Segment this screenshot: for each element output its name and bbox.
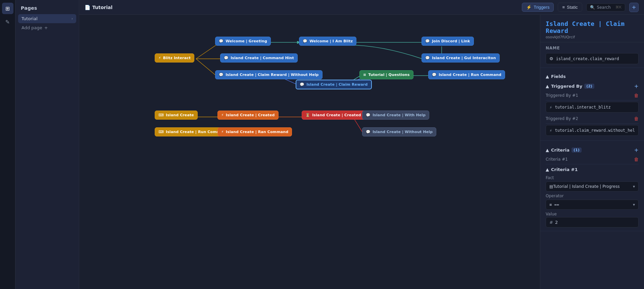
plus-icon: + <box>44 25 48 30</box>
canvas-panel: 💬 Welcome | Greeting 💬 Welcome | I Am Bl… <box>79 15 644 289</box>
sidebar-item-tutorial[interactable]: Tutorial › <box>18 14 76 23</box>
sidebar-title: Pages <box>18 4 76 14</box>
chat-icon: 💬 <box>219 39 224 43</box>
fact-value-field[interactable]: ▤ Tutorial | Island Create | Progress ▾ <box>546 181 639 192</box>
add-page-button[interactable]: Add page + <box>18 23 76 32</box>
criteria-1-name: Criteria #1 <box>546 157 568 162</box>
node-island-create-claim-without-help[interactable]: 💬 Island Create | Claim Reward | Without… <box>215 70 323 79</box>
chevron-down-icon-2: ▾ <box>633 202 635 207</box>
operator-icon: ≡ == <box>549 202 633 207</box>
node-label: Island Create | Created <box>226 113 275 117</box>
rp-triggered-expand[interactable]: ▲ Triggered By (2) + <box>546 80 639 91</box>
node-island-create[interactable]: ⌨ Island Create <box>155 111 198 120</box>
triggers-label: Triggers <box>534 5 549 10</box>
triggered-by-2-value: tutorial.claim_reward.without_hel <box>555 128 635 133</box>
file-icon: 📄 <box>85 5 90 10</box>
node-label: Island Create | Claim Reward <box>306 82 367 87</box>
list-icon: ≡ <box>363 73 366 77</box>
chat-icon: 💬 <box>219 73 224 77</box>
edit-icon-btn[interactable]: ✎ <box>2 16 13 28</box>
node-island-create-ran-command[interactable]: ⚡ Island Create | Ran Command <box>217 127 292 136</box>
node-label: Join Discord | Link <box>432 39 470 43</box>
search-icon: 🔍 <box>590 5 595 10</box>
right-panel-header: Island Create | Claim Reward osovkJd7fUQ… <box>540 15 644 42</box>
node-label: Island Create | Ran Command <box>226 130 288 134</box>
add-criteria-button[interactable]: + <box>634 147 639 153</box>
list-icon: ≡ <box>562 5 565 10</box>
value-field[interactable]: # 2 <box>546 217 639 228</box>
sidebar: Pages Tutorial › Add page + <box>15 0 79 289</box>
node-label: Island Create | Command Hint <box>231 56 294 60</box>
flow-canvas[interactable]: 💬 Welcome | Greeting 💬 Welcome | I Am Bl… <box>79 15 540 289</box>
triggered-by-1-row: Triggered By #1 🗑 <box>546 91 639 100</box>
sidebar-item-label: Tutorial <box>21 16 38 21</box>
node-welcome-greeting[interactable]: 💬 Welcome | Greeting <box>215 37 271 46</box>
operator-label: Operator <box>546 194 639 198</box>
node-label: Island Create | Claim Reward | Without H… <box>226 73 318 77</box>
rp-subtitle: osovkJd7fUQrcif <box>546 35 639 39</box>
fact-label: Fact <box>546 175 639 180</box>
chevron-right-icon: › <box>71 17 73 20</box>
collapse-icon: ▲ <box>546 167 549 172</box>
node-label: Blitz Interact <box>163 56 191 60</box>
node-welcome-i-am-blitz[interactable]: 💬 Welcome | I Am Blitz <box>299 37 356 46</box>
rp-name-field[interactable]: ⚙ island_create.claim_reward <box>546 53 639 64</box>
node-island-create-created[interactable]: ⚡ Island Create | Created <box>217 111 279 120</box>
triggered-by-1-name: Triggered By #1 <box>546 93 578 98</box>
topbar-title: 📄 Tutorial <box>85 5 112 10</box>
node-join-discord-link[interactable]: 💬 Join Discord | Link <box>422 37 474 46</box>
node-island-create-run-command[interactable]: 💬 Island Create | Run Command <box>428 70 505 79</box>
criteria-badge: (1) <box>572 148 582 153</box>
node-blitz-interact[interactable]: ⚡ Blitz Interact <box>155 53 194 63</box>
timer-icon: ⏳ <box>305 113 310 117</box>
icon-bar: ⊞ ✎ <box>0 0 15 289</box>
triggers-button[interactable]: ⚡ Triggers <box>522 3 554 12</box>
rp-fields-expand[interactable]: ▲ Fields <box>546 71 639 80</box>
criteria-1-row: Criteria #1 🗑 <box>546 155 639 164</box>
triggered-by-2-name: Triggered By #2 <box>546 116 578 121</box>
rp-criteria-section: ▲ Criteria (1) + Criteria #1 🗑 <box>540 141 644 231</box>
node-island-create-with-help[interactable]: 💬 Island Create | With Help <box>362 111 429 120</box>
rp-name-section: Name ⚙ island_create.claim_reward <box>540 42 644 68</box>
delete-criteria-1-button[interactable]: 🗑 <box>634 157 639 162</box>
node-label: Welcome | I Am Blitz <box>309 39 353 43</box>
rp-fields-label: Fields <box>551 74 566 79</box>
svg-line-4 <box>196 59 216 76</box>
rp-criteria-expand[interactable]: ▲ Criteria (1) + <box>546 144 639 155</box>
flash-icon: ⚡ <box>221 113 224 117</box>
chat-icon: 💬 <box>300 82 304 87</box>
static-button[interactable]: ≡ Static <box>558 3 582 12</box>
chat-icon: 💬 <box>432 73 437 77</box>
node-label: Island Create | Gui Interaciton <box>432 56 496 60</box>
delete-triggered-1-button[interactable]: 🗑 <box>634 93 639 98</box>
delete-triggered-2-button[interactable]: 🗑 <box>634 116 639 121</box>
flash-icon: ⚡ <box>221 130 224 134</box>
triggered-by-2-value-field[interactable]: ⚡ tutorial.claim_reward.without_hel <box>546 125 639 136</box>
node-label: Island Create <box>166 113 194 117</box>
terminal-icon: ⌨ <box>158 130 164 134</box>
node-island-create-gui[interactable]: 💬 Island Create | Gui Interaciton <box>422 53 500 63</box>
triggered-by-badge: (2) <box>584 84 594 89</box>
search-box[interactable]: 🔍 Search ⌘K <box>586 3 625 11</box>
add-triggered-button[interactable]: + <box>634 83 639 89</box>
add-button[interactable]: + <box>629 3 639 12</box>
search-shortcut: ⌘K <box>615 5 622 9</box>
triggered-by-label: Triggered By <box>551 84 582 89</box>
static-label: Static <box>567 5 578 10</box>
grid-icon-btn[interactable]: ⊞ <box>2 3 13 14</box>
value-label: Value <box>546 212 639 216</box>
svg-line-2 <box>196 45 216 59</box>
collapse-icon: ▲ <box>546 74 549 79</box>
node-island-create-without-help[interactable]: 💬 Island Create | Without Help <box>362 127 436 136</box>
chat-icon: 💬 <box>224 56 229 60</box>
operator-value-field[interactable]: ≡ == ▾ <box>546 200 639 210</box>
criteria-1-expand[interactable]: ▲ Criteria #1 <box>546 164 639 173</box>
triggered-by-1-value-field[interactable]: ⚡ tutorial.interact_blitz <box>546 102 639 113</box>
node-island-create-claim-reward[interactable]: 💬 Island Create | Claim Reward <box>296 80 372 89</box>
flash-icon-2: ⚡ <box>549 128 552 133</box>
node-tutorial-questions[interactable]: ≡ Tutorial | Questions <box>359 70 413 79</box>
node-island-create-command-hint[interactable]: 💬 Island Create | Command Hint <box>220 53 298 63</box>
search-placeholder: Search <box>597 5 611 10</box>
flash-icon: ⚡ <box>549 105 552 110</box>
node-label: Island Create | Run Command <box>439 73 501 77</box>
